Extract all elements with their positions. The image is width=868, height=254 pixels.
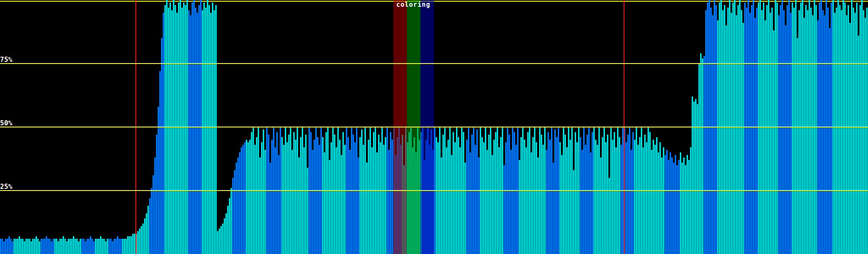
- frame-bar: [858, 36, 859, 254]
- frame-bar: [600, 157, 601, 254]
- axis-label-75: 75%: [0, 56, 12, 63]
- frame-bar: [37, 239, 39, 254]
- frame-bar: [756, 8, 757, 254]
- frame-bar: [537, 157, 539, 254]
- frame-bar: [102, 239, 103, 254]
- frame-bar: [388, 150, 389, 254]
- frame-bar: [676, 165, 678, 254]
- frame-bar: [726, 25, 727, 254]
- frame-bar: [122, 239, 123, 254]
- frame-bar: [44, 239, 45, 254]
- frame-bar: [566, 147, 568, 254]
- frame-bar: [248, 142, 249, 254]
- frame-bar: [453, 132, 454, 254]
- frame-bar: [83, 239, 84, 254]
- frame-bar: [595, 140, 596, 254]
- frame-bar: [685, 165, 686, 254]
- frame-bar: [342, 132, 344, 254]
- frame-bar: [212, 3, 213, 254]
- frame-bar: [27, 239, 28, 254]
- frame-bar: [24, 241, 25, 254]
- frame-bar: [71, 239, 72, 254]
- frame-bar: [605, 142, 606, 254]
- frame-bar: [705, 10, 707, 254]
- frame-bar: [81, 239, 83, 254]
- frame-bar: [481, 137, 483, 254]
- frame-bar: [137, 231, 139, 254]
- frame-bar: [797, 38, 798, 254]
- frame-bar: [663, 147, 664, 254]
- frame-bar: [702, 58, 703, 254]
- frame-bar: [717, 20, 718, 254]
- frame-bar: [495, 132, 496, 254]
- frame-bar: [215, 5, 217, 254]
- frame-bar: [773, 30, 774, 254]
- frame-bar: [765, 20, 766, 254]
- frame-bar: [643, 147, 644, 254]
- frame-bar: [637, 145, 639, 254]
- frame-bar: [339, 140, 340, 254]
- frame-bar: [678, 160, 679, 254]
- frame-bar: [383, 145, 384, 254]
- frame-bar: [597, 145, 598, 254]
- frame-bar: [683, 157, 684, 254]
- frame-bar: [119, 239, 120, 254]
- frame-bar: [531, 152, 532, 254]
- frame-bar: [580, 137, 581, 254]
- frame-bar: [314, 140, 315, 254]
- frame-bar: [815, 5, 817, 254]
- frame-bar: [190, 15, 191, 254]
- frame-bar: [863, 10, 864, 254]
- frame-bar: [29, 239, 30, 254]
- frame-bar: [661, 157, 662, 254]
- frame-bar: [178, 3, 179, 254]
- frame-bar: [541, 135, 542, 254]
- frame-bar: [275, 147, 276, 254]
- frame-bar: [363, 145, 364, 254]
- frame-bar: [612, 140, 613, 254]
- frame-bar: [124, 239, 125, 254]
- frame-bar: [780, 5, 781, 254]
- frame-bar: [548, 132, 549, 254]
- frame-bar: [790, 13, 791, 254]
- frame-bar: [666, 150, 668, 254]
- frame-bar: [470, 152, 471, 254]
- frame-bar: [98, 239, 100, 254]
- frame-bar: [682, 163, 683, 254]
- frame-bar: [68, 239, 69, 254]
- frame-bar: [164, 5, 166, 254]
- frame-bar: [668, 160, 669, 254]
- frame-bar: [154, 157, 156, 254]
- frame-bar: [307, 168, 308, 254]
- frame-bar: [793, 8, 795, 254]
- frame-bar: [844, 3, 846, 254]
- frame-bar: [585, 145, 586, 254]
- frame-bar: [31, 241, 32, 254]
- frame-bar: [192, 3, 193, 254]
- frame-bar: [49, 239, 50, 254]
- frame-bar: [7, 239, 8, 254]
- frame-bar: [229, 198, 230, 254]
- frame-bar: [90, 236, 91, 254]
- frame-bar: [225, 213, 227, 254]
- frame-bar: [198, 5, 200, 254]
- frame-bar: [251, 132, 252, 254]
- frame-bar: [36, 236, 37, 254]
- frame-bar: [163, 13, 164, 254]
- frame-bar: [85, 241, 86, 254]
- frame-bar: [634, 140, 635, 254]
- frame-bar: [326, 132, 327, 254]
- frame-bar: [392, 140, 393, 254]
- frame-bar: [385, 137, 386, 254]
- frame-bar: [283, 145, 284, 254]
- frame-bar: [2, 239, 3, 254]
- frame-bar: [120, 239, 122, 254]
- frame-bar: [149, 198, 150, 254]
- frame-bar: [865, 18, 866, 254]
- frame-bar: [146, 213, 147, 254]
- frame-bar: [310, 132, 312, 254]
- frame-bar: [785, 25, 786, 254]
- frame-bar: [576, 142, 578, 254]
- frame-bar: [673, 163, 674, 254]
- frame-bar: [722, 10, 723, 254]
